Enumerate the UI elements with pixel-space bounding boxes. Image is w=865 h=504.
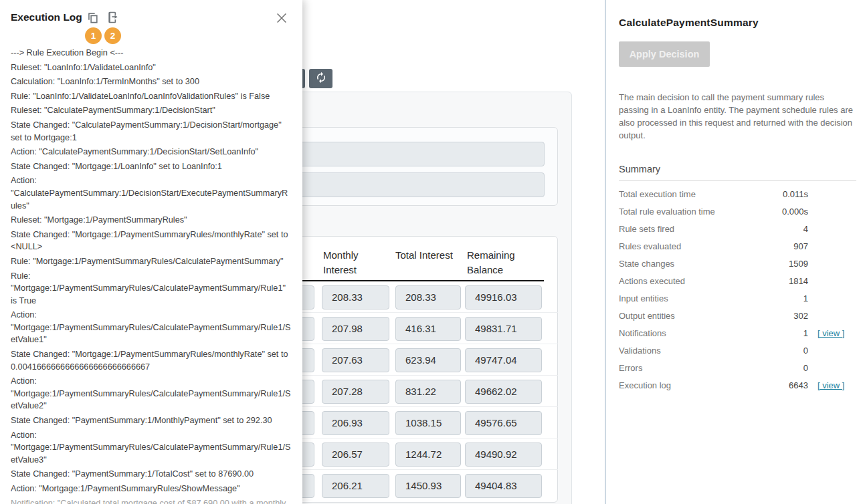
summary-label: Actions executed — [619, 276, 757, 286]
summary-label: Validations — [619, 346, 757, 356]
annotation-badge-1: 1 — [85, 27, 102, 44]
log-line: Calculation: "LoanInfo:1/TermInMonths" s… — [11, 76, 292, 88]
log-line: State Changed: "PaymentSummary:1/TotalCo… — [11, 468, 292, 481]
decision-execution-screen: Monthly Interest Total Interest Remainin… — [0, 0, 865, 504]
log-lines: ---> Rule Execution Begin <---Ruleset: "… — [11, 47, 292, 504]
summary-value: 1 — [757, 293, 808, 303]
log-line: Action: "Mortgage:1/PaymentSummaryRules/… — [11, 375, 292, 412]
page-title: CalculatePaymentSummary — [619, 17, 856, 29]
payment-cell[interactable]: 206.93 — [322, 411, 389, 435]
column-header-remaining-balance: Remaining Balance — [467, 248, 528, 277]
summary-row: Actions executed1814 — [619, 272, 856, 289]
payment-cell[interactable]: 49662.02 — [465, 380, 542, 404]
summary-value: 302 — [757, 311, 808, 321]
summary-value: 1509 — [757, 259, 808, 269]
payment-cell[interactable]: 49576.65 — [465, 411, 542, 435]
close-icon — [274, 17, 289, 27]
summary-value: 0 — [757, 346, 808, 356]
refresh-icon — [315, 72, 327, 86]
payment-cell[interactable]: 207.63 — [322, 348, 389, 372]
payment-cell[interactable]: 206.21 — [322, 474, 389, 498]
log-line: Rule: "LoanInfo:1/ValidateLoanInfo/LoanI… — [11, 90, 292, 103]
payment-cell[interactable]: 206.57 — [322, 443, 389, 467]
log-line: Rule: "Mortgage:1/PaymentSummaryRules/Ca… — [11, 270, 292, 307]
log-line: State Changed: "CalculatePaymentSummary:… — [11, 119, 292, 144]
export-icon — [106, 16, 120, 26]
payment-cell[interactable]: 49831.71 — [465, 317, 542, 341]
log-line: State Changed: "Mortgage:1/LoanInfo" set… — [11, 160, 292, 173]
close-dialog-button[interactable] — [274, 10, 290, 26]
summary-value: 0 — [757, 363, 808, 373]
payment-cell[interactable]: 49747.04 — [465, 348, 542, 372]
decision-description: The main decision to call the payment su… — [619, 91, 856, 142]
payment-cell[interactable]: 1450.93 — [395, 474, 461, 498]
summary-row: Input entities1 — [619, 289, 856, 307]
payment-cell[interactable]: 416.31 — [395, 317, 461, 341]
log-line: State Changed: "Mortgage:1/PaymentSummar… — [11, 229, 292, 253]
log-line: Action: "CalculatePaymentSummary:1/Decis… — [11, 146, 292, 158]
payment-cell[interactable]: 831.22 — [395, 380, 461, 404]
summary-row: Validations0 — [619, 342, 856, 359]
summary-rows: Total execution time0.011sTotal rule eva… — [619, 185, 856, 394]
refresh-button[interactable] — [309, 69, 332, 88]
log-line: Ruleset: "LoanInfo:1/ValidateLoanInfo" — [11, 61, 292, 74]
summary-value: 0.011s — [757, 189, 808, 199]
execution-log-dialog: Execution Log 1 2 — [0, 0, 302, 504]
view-link[interactable]: [ view ] — [808, 380, 856, 390]
log-line: ---> Rule Execution Begin <--- — [11, 47, 292, 59]
summary-row: State changes1509 — [619, 255, 856, 272]
summary-row: Total execution time0.011s — [619, 185, 856, 203]
payment-cell[interactable]: 49404.83 — [465, 474, 542, 498]
log-line: Action: "Mortgage:1/PaymentSummaryRules/… — [11, 483, 292, 495]
summary-label: Total execution time — [619, 189, 757, 199]
decision-detail-panel: CalculatePaymentSummary Apply Decision T… — [606, 0, 865, 504]
export-log-button[interactable] — [106, 10, 120, 24]
summary-label: Notifications — [619, 328, 757, 338]
summary-value: 6643 — [757, 380, 808, 390]
payment-cell[interactable]: 49490.92 — [465, 443, 542, 467]
summary-heading: Summary — [619, 164, 856, 181]
apply-decision-button[interactable]: Apply Decision — [619, 41, 710, 67]
summary-label: State changes — [619, 259, 757, 269]
log-line: Rule: "Mortgage:1/PaymentSummaryRules/Ca… — [11, 255, 292, 268]
log-line: Notification: "Calculated total mortgage… — [11, 497, 292, 504]
summary-label: Output entities — [619, 311, 757, 321]
log-line: Ruleset: "Mortgage:1/PaymentSummaryRules… — [11, 214, 292, 227]
log-line: State Changed: "PaymentSummary:1/Monthly… — [11, 414, 292, 427]
column-header-total-interest: Total Interest — [395, 248, 469, 263]
payment-cell[interactable]: 623.94 — [395, 348, 461, 372]
payment-cell[interactable]: 1038.15 — [395, 411, 461, 435]
summary-row: Rule sets fired4 — [619, 220, 856, 237]
summary-row: Output entities302 — [619, 307, 856, 324]
summary-value: 1814 — [757, 276, 808, 286]
summary-label: Input entities — [619, 293, 757, 303]
payment-cell[interactable]: 207.28 — [322, 380, 389, 404]
summary-row: Total rule evaluation time0.000s — [619, 203, 856, 220]
summary-value: 0.000s — [757, 207, 808, 217]
copy-log-button[interactable] — [86, 11, 99, 24]
log-line: Ruleset: "CalculatePaymentSummary:1/Deci… — [11, 104, 292, 117]
log-line: Action: "Mortgage:1/PaymentSummaryRules/… — [11, 429, 292, 467]
summary-label: Errors — [619, 363, 757, 373]
view-link[interactable]: [ view ] — [808, 328, 856, 338]
summary-row: Errors0 — [619, 359, 856, 376]
summary-row: Notifications1[ view ] — [619, 324, 856, 342]
payment-cell[interactable]: 208.33 — [322, 285, 389, 309]
column-header-monthly-interest: Monthly Interest — [323, 248, 378, 277]
annotation-badge-2: 2 — [104, 27, 121, 44]
log-line: Action: "CalculatePaymentSummary:1/Decis… — [11, 174, 292, 212]
payment-cell[interactable]: 1244.72 — [395, 443, 461, 467]
summary-label: Total rule evaluation time — [619, 207, 757, 217]
summary-value: 1 — [757, 328, 808, 338]
summary-value: 907 — [757, 241, 808, 251]
summary-label: Rule sets fired — [619, 224, 757, 234]
log-line: Action: "Mortgage:1/PaymentSummaryRules/… — [11, 309, 292, 346]
summary-value: 4 — [757, 224, 808, 234]
payment-cell[interactable]: 208.33 — [395, 285, 461, 309]
dialog-title: Execution Log — [11, 11, 82, 23]
summary-row: Execution log6643[ view ] — [619, 376, 856, 394]
log-line: State Changed: "Mortgage:1/PaymentSummar… — [11, 348, 292, 373]
payment-cell[interactable]: 207.98 — [322, 317, 389, 341]
payment-cell[interactable]: 49916.03 — [465, 285, 542, 309]
summary-row: Rules evaluated907 — [619, 237, 856, 255]
